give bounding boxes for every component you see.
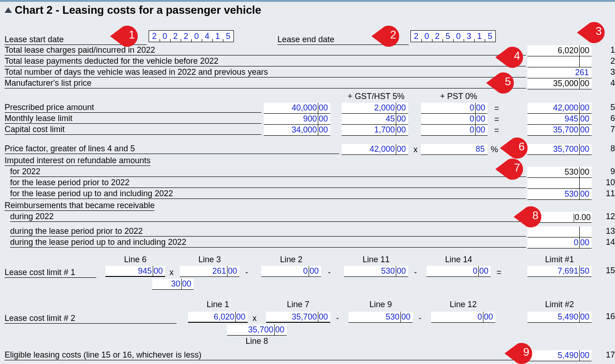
callout-3: 3 <box>577 21 607 44</box>
lc2-total: 5,49000 <box>527 312 592 323</box>
lineno-1: 1 <box>605 45 615 55</box>
label-line-6: Monthly lease limit <box>5 114 261 124</box>
label-line-17: Eligible leasing costs (line 15 or 16, w… <box>5 350 526 360</box>
lineno-15: 15 <box>605 266 615 276</box>
line8-total: 35,70000 <box>527 144 592 155</box>
lineno-14: 14 <box>605 237 615 247</box>
lineno-16: 16 <box>605 312 615 321</box>
label-lc2: Lease cost limit # 2 <box>5 314 177 324</box>
lc1-l3: 26100 <box>180 266 239 277</box>
lc2-den: 35,70000 <box>227 325 287 336</box>
input-line-9[interactable]: 53000 <box>527 167 592 178</box>
label-line-12: during 2022 <box>10 212 526 222</box>
hdr-l14: Line 14 <box>427 255 491 265</box>
lc1-l6: 94500 <box>105 266 165 277</box>
lineno-17: 17 <box>605 350 615 360</box>
lineno-10: 10 <box>605 178 615 188</box>
label-line-3: Total number of days the vehicle was lea… <box>5 67 526 77</box>
callout-2: 2 <box>371 25 402 48</box>
line6-pst: 000 <box>421 114 488 125</box>
callout-5: 5 <box>486 72 516 94</box>
input-line-4[interactable]: 35,00000 <box>527 78 592 89</box>
lineno-13: 13 <box>605 226 615 236</box>
line7-base: 34,00000 <box>264 125 330 136</box>
lc2-l12: 000 <box>431 312 495 323</box>
hdr-l9: Line 9 <box>349 300 413 309</box>
lc2-l9: 53000 <box>349 312 413 323</box>
input-line-10[interactable] <box>527 178 592 189</box>
lc1-l14: 000 <box>427 266 491 277</box>
label-line-10: for the lease period prior to 2022 <box>10 178 526 188</box>
lineno-6: 6 <box>605 114 615 123</box>
lineno-8: 8 <box>605 144 615 154</box>
callout-4: 4 <box>495 46 526 69</box>
line6-base: 90000 <box>264 114 330 125</box>
line6-gst: 4500 <box>342 114 408 125</box>
label-line-14: during the lease period up to and includ… <box>10 237 526 248</box>
line6-total: 94500 <box>527 114 592 125</box>
pst-header: + PST 0% <box>427 92 491 101</box>
callout-1: 1 <box>110 25 140 48</box>
hdr-lim2: Limit #2 <box>527 300 592 309</box>
callout-7: 7 <box>495 158 526 181</box>
label-line-9: for 2022 <box>10 167 526 177</box>
label-lc1: Lease cost limit # 1 <box>5 268 96 278</box>
line11-total: 53000 <box>527 189 592 200</box>
lc1-l2: 000 <box>261 266 321 277</box>
line5-gst: 2,00000 <box>342 103 408 114</box>
lineno-5: 5 <box>605 103 615 112</box>
line7-gst: 1,70000 <box>342 125 408 136</box>
lineno-4: 4 <box>605 78 615 88</box>
lc1-l11: 53000 <box>344 266 408 277</box>
hdr-l6: Line 6 <box>105 255 165 265</box>
line7-pst: 000 <box>421 125 488 136</box>
line8-pct: 85 <box>421 144 488 155</box>
lease-start-date[interactable]: 20220415 <box>149 30 234 42</box>
label-line-11: for the lease period up to and including… <box>10 189 526 199</box>
input-line-3[interactable]: 261 <box>527 67 592 78</box>
lineno-2: 2 <box>605 56 615 66</box>
hdr-l11: Line 11 <box>344 255 408 265</box>
label-imputed-hdr: Imputed interest on refundable amounts <box>5 156 150 166</box>
lease-end-date[interactable]: 20250315 <box>410 30 496 42</box>
lineno-9: 9 <box>605 167 615 176</box>
input-line-2[interactable] <box>527 56 592 67</box>
gst-header: + GST/HST 5% <box>339 92 413 101</box>
lc2-l1: 6,02000 <box>188 312 248 323</box>
label-line-8: Price factor, greater of lines 4 and 5 <box>5 144 339 154</box>
collapse-icon[interactable] <box>5 7 12 13</box>
hdr-lim1: Limit #1 <box>527 255 592 265</box>
hdr-l1: Line 1 <box>188 300 248 309</box>
lc1-den: 3000 <box>152 279 194 290</box>
lineno-3: 3 <box>605 67 615 77</box>
lc1-total: 7,69150 <box>527 266 592 277</box>
line14-total: 000 <box>527 237 592 248</box>
line5-base: 40,00000 <box>264 103 330 114</box>
callout-9: 9 <box>504 342 535 364</box>
label-line-4: Manufacturer's list price <box>5 78 526 88</box>
callout-6: 6 <box>500 137 530 160</box>
label-line-7: Capital cost limit <box>5 125 261 135</box>
callout-8: 8 <box>514 205 544 228</box>
hdr-l3: Line 3 <box>180 255 239 265</box>
label-line-2: Total lease payments deducted for the ve… <box>5 56 526 66</box>
line8-a: 42,00000 <box>342 144 408 155</box>
hdr-l2: Line 2 <box>261 255 321 265</box>
input-line-1[interactable]: 6,02000 <box>527 45 592 56</box>
hdr-l7: Line 7 <box>266 300 330 309</box>
label-line-1: Total lease charges paid/incurred in 202… <box>5 45 526 55</box>
hdr-l8: Line 8 <box>227 336 287 346</box>
label-line-5: Prescribed price amount <box>5 103 261 113</box>
lineno-12: 12 <box>605 212 615 221</box>
line5-pst: 000 <box>421 103 488 114</box>
line5-total: 42,00000 <box>527 103 592 114</box>
label-line-13: during the lease period prior to 2022 <box>10 226 526 237</box>
chart-title: Chart 2 - Leasing costs for a passenger … <box>15 4 261 17</box>
lineno-11: 11 <box>605 189 615 199</box>
hdr-l12: Line 12 <box>431 300 495 309</box>
lc2-l7: 35,70000 <box>266 312 330 323</box>
line17-total: 5,49000 <box>527 350 592 361</box>
lineno-7: 7 <box>605 125 615 134</box>
label-reimb-hdr: Reimbursements that became receivable <box>5 201 155 211</box>
line7-total: 35,70000 <box>527 125 592 136</box>
